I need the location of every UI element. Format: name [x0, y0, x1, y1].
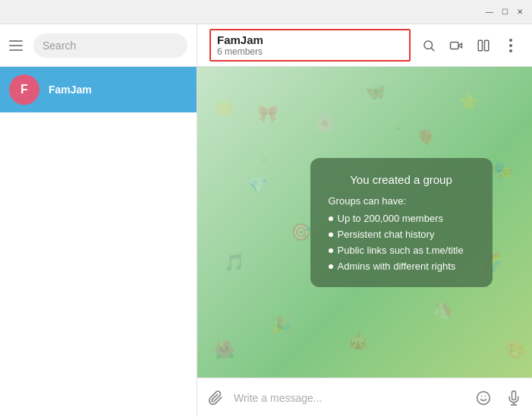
info-card-list: Up to 200,000 members Persistent chat hi…: [329, 213, 474, 272]
message-input-bar: [197, 378, 532, 417]
info-card: You created a group Groups can have: Up …: [310, 158, 493, 287]
search-button[interactable]: [417, 33, 441, 58]
svg-point-9: [477, 391, 490, 404]
bullet: [329, 216, 333, 221]
minimize-button[interactable]: —: [483, 6, 496, 18]
more-options-button[interactable]: [499, 33, 523, 58]
columns-button[interactable]: [471, 33, 496, 58]
maximize-button[interactable]: ☐: [499, 6, 511, 18]
title-bar: — ☐ ✕: [0, 0, 532, 24]
chat-item-famjam[interactable]: F FamJam: [0, 67, 197, 112]
video-button[interactable]: [444, 33, 468, 58]
svg-point-6: [509, 39, 512, 42]
svg-point-7: [509, 44, 512, 47]
chat-header-info[interactable]: FamJam 6 members: [209, 29, 411, 62]
list-item-text: Up to 200,000 members: [338, 213, 443, 224]
list-item: Admins with different rights: [329, 261, 474, 272]
svg-rect-5: [485, 40, 489, 51]
bullet: [329, 232, 333, 237]
list-item: Up to 200,000 members: [329, 213, 474, 224]
chat-header-members: 6 members: [217, 46, 403, 57]
sidebar-header: Search: [0, 24, 197, 67]
svg-point-0: [424, 41, 433, 49]
svg-point-8: [509, 49, 512, 52]
chat-area: FamJam 6 members: [197, 24, 532, 417]
app-container: Search F FamJam FamJam 6 members: [0, 24, 532, 417]
chat-header-name: FamJam: [217, 33, 403, 46]
list-item: Public links such as t.me/title: [329, 245, 474, 256]
chat-info: FamJam: [49, 84, 187, 96]
info-card-title: You created a group: [329, 173, 474, 186]
avatar: F: [9, 74, 39, 105]
svg-line-1: [431, 48, 433, 50]
chat-name: FamJam: [49, 84, 187, 96]
mic-button[interactable]: [502, 386, 526, 410]
list-item: Persistent chat history: [329, 229, 474, 240]
bullet: [329, 264, 333, 269]
sidebar: Search F FamJam: [0, 24, 197, 417]
emoji-button[interactable]: [471, 386, 496, 410]
bullet: [329, 248, 333, 253]
svg-rect-4: [478, 40, 482, 51]
list-item-text: Admins with different rights: [338, 261, 456, 272]
close-button[interactable]: ✕: [514, 6, 526, 18]
message-input[interactable]: [234, 392, 465, 404]
chat-background: 🌟 💎 🎵 🎉 🌸 🦋 🎈 ⭐ 🎭 🌺 🎪 🦄 🌈 🎨 🎯 🌻 💫 🎀: [197, 67, 532, 378]
search-box[interactable]: Search: [33, 33, 187, 58]
search-placeholder: Search: [42, 39, 76, 52]
list-item-text: Persistent chat history: [338, 229, 435, 240]
chat-list: F FamJam: [0, 67, 197, 417]
header-icons: [417, 33, 523, 58]
list-item-text: Public links such as t.me/title: [338, 245, 464, 256]
info-card-subtitle: Groups can have:: [329, 195, 474, 207]
svg-rect-2: [451, 42, 459, 49]
chat-header: FamJam 6 members: [197, 24, 532, 67]
attach-button[interactable]: [203, 386, 228, 410]
hamburger-menu-button[interactable]: [9, 38, 24, 53]
